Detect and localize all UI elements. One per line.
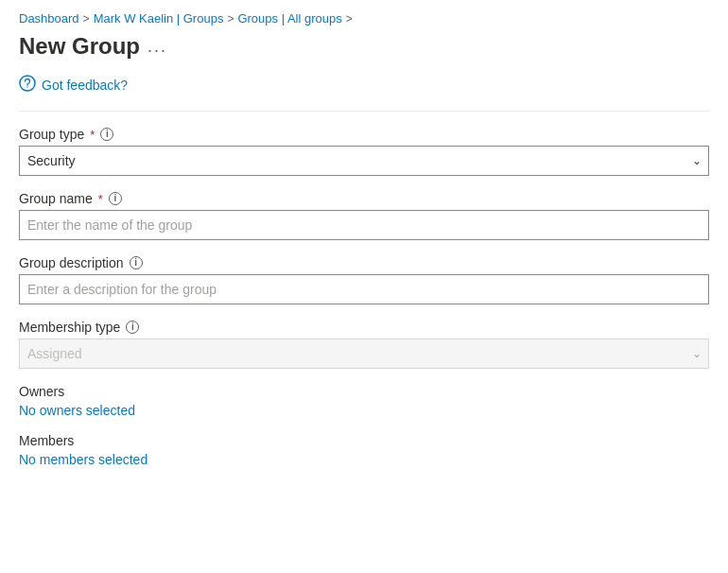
breadcrumb: Dashboard > Mark W Kaelin | Groups > Gro… xyxy=(19,11,709,26)
breadcrumb-groups[interactable]: Mark W Kaelin | Groups xyxy=(94,11,224,26)
page-title: New Group xyxy=(19,33,140,60)
breadcrumb-sep-3: > xyxy=(346,12,353,26)
membership-type-label-text: Membership type xyxy=(19,320,120,335)
group-description-info-icon[interactable]: i xyxy=(130,256,143,269)
group-name-label-text: Group name xyxy=(19,191,93,206)
group-type-field: Group type * i Security Microsoft 365 ⌄ xyxy=(19,127,709,176)
group-type-info-icon[interactable]: i xyxy=(100,128,113,141)
svg-point-0 xyxy=(20,76,35,91)
feedback-icon xyxy=(19,75,36,96)
membership-type-label: Membership type i xyxy=(19,320,709,335)
group-type-label: Group type * i xyxy=(19,127,709,142)
group-type-label-text: Group type xyxy=(19,127,84,142)
owners-link[interactable]: No owners selected xyxy=(19,403,135,418)
section-divider xyxy=(19,111,709,112)
members-section: Members No members selected xyxy=(19,433,709,467)
group-name-field: Group name * i xyxy=(19,191,709,240)
group-description-label-text: Group description xyxy=(19,255,124,270)
membership-type-field: Membership type i Assigned Dynamic User … xyxy=(19,320,709,369)
svg-point-1 xyxy=(26,86,27,87)
membership-type-select-wrapper: Assigned Dynamic User Dynamic Device ⌄ xyxy=(19,339,709,369)
breadcrumb-sep-2: > xyxy=(227,12,234,26)
group-description-field: Group description i xyxy=(19,255,709,304)
group-name-input[interactable] xyxy=(19,210,709,240)
breadcrumb-all-groups[interactable]: Groups | All groups xyxy=(237,11,341,26)
membership-type-info-icon[interactable]: i xyxy=(126,321,139,334)
group-type-required: * xyxy=(90,128,95,142)
form-section: Group type * i Security Microsoft 365 ⌄ … xyxy=(19,127,709,467)
group-description-label: Group description i xyxy=(19,255,709,270)
group-type-select-wrapper: Security Microsoft 365 ⌄ xyxy=(19,146,709,176)
page-title-row: New Group ... xyxy=(19,33,709,60)
group-name-label: Group name * i xyxy=(19,191,709,206)
feedback-label: Got feedback? xyxy=(42,78,128,93)
membership-type-select: Assigned Dynamic User Dynamic Device xyxy=(19,339,709,369)
breadcrumb-dashboard[interactable]: Dashboard xyxy=(19,11,79,26)
owners-label: Owners xyxy=(19,384,709,399)
owners-section: Owners No owners selected xyxy=(19,384,709,418)
members-link[interactable]: No members selected xyxy=(19,452,147,467)
group-description-input[interactable] xyxy=(19,274,709,304)
page-title-menu[interactable]: ... xyxy=(147,37,167,57)
group-name-info-icon[interactable]: i xyxy=(109,192,122,205)
breadcrumb-sep-1: > xyxy=(83,12,90,26)
feedback-row[interactable]: Got feedback? xyxy=(19,75,709,96)
members-label: Members xyxy=(19,433,709,448)
group-type-select[interactable]: Security Microsoft 365 xyxy=(19,146,709,176)
group-name-required: * xyxy=(98,192,103,206)
